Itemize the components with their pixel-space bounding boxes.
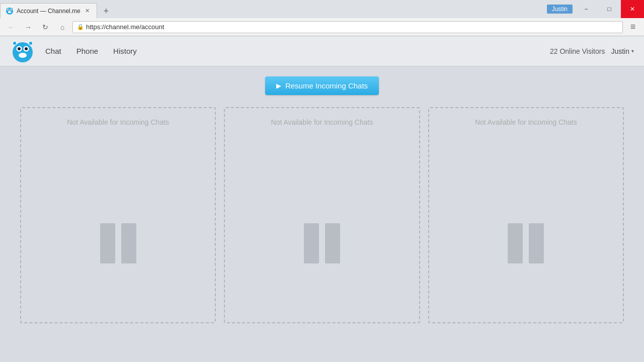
card-title-3: Not Available for Incoming Chats [439,118,613,126]
browser-tab[interactable]: Account — Channel.me ✕ [0,3,97,18]
card-title-1: Not Available for Incoming Chats [31,118,205,126]
pause-bar-left-3 [508,223,523,263]
pause-bar-left-2 [304,223,319,263]
back-button[interactable]: ← [4,20,18,34]
close-button[interactable]: ✕ [621,0,644,18]
resume-incoming-chats-button[interactable]: ▶ Resume Incoming Chats [265,76,379,95]
play-icon: ▶ [276,82,281,89]
nav-history[interactable]: History [113,45,137,57]
chat-card-1: Not Available for Incoming Chats [20,107,216,323]
window-controls: Justin − □ ✕ [547,0,644,18]
user-menu[interactable]: Justin ▾ [611,47,634,55]
forward-button[interactable]: → [21,20,35,34]
pause-bar-right-2 [325,223,340,263]
svg-point-4 [11,9,12,10]
online-visitors-count: 22 Online Visitors [550,47,605,55]
nav-links: Chat Phone History [45,45,137,57]
title-bar: Account — Channel.me ✕ + Justin − □ ✕ [0,0,644,18]
svg-point-11 [18,47,21,50]
nav-right: 22 Online Visitors Justin ▾ [550,47,634,55]
maximize-button[interactable]: □ [598,0,621,18]
tab-favicon [6,7,14,15]
user-badge: Justin [547,5,573,14]
pause-bar-right-3 [529,223,544,263]
tab-close-button[interactable]: ✕ [84,7,92,15]
tab-title: Account — Channel.me [17,8,80,15]
home-button[interactable]: ⌂ [55,20,69,34]
url-text: https://channel.me/account [86,23,164,31]
chat-card-3: Not Available for Incoming Chats [428,107,624,323]
reload-button[interactable]: ↻ [38,20,52,34]
browser-menu-button[interactable]: ≡ [626,20,640,34]
svg-point-5 [8,11,11,13]
pause-bar-right-1 [121,223,136,263]
svg-point-7 [12,8,13,9]
svg-point-15 [29,41,33,45]
svg-point-6 [7,8,8,9]
user-menu-chevron: ▾ [631,48,634,54]
app-logo [10,39,35,64]
svg-point-12 [25,47,28,50]
url-bar[interactable]: 🔒 https://channel.me/account [72,21,623,33]
card-icon-2 [304,223,340,263]
cards-container: Not Available for Incoming Chats Not Ava… [20,107,624,323]
resume-button-label: Resume Incoming Chats [285,81,368,90]
card-icon-3 [508,223,544,263]
pause-bar-left-1 [100,223,115,263]
nav-phone[interactable]: Phone [76,45,98,57]
address-bar: ← → ↻ ⌂ 🔒 https://channel.me/account ≡ [0,18,644,36]
chat-card-2: Not Available for Incoming Chats [224,107,420,323]
url-lock-icon: 🔒 [77,24,84,30]
new-tab-button[interactable]: + [99,4,113,18]
main-content: Chat Phone History 22 Online Visitors Ju… [0,36,644,362]
svg-point-3 [8,9,9,10]
page-body: ▶ Resume Incoming Chats Not Available fo… [0,66,644,362]
chrome-window: Account — Channel.me ✕ + Justin − □ ✕ ← … [0,0,644,362]
app-nav: Chat Phone History 22 Online Visitors Ju… [0,36,644,66]
svg-point-14 [13,41,17,45]
minimize-button[interactable]: − [575,0,598,18]
svg-point-13 [19,53,27,58]
tab-strip: Account — Channel.me ✕ + [0,0,547,18]
nav-chat[interactable]: Chat [45,45,61,57]
card-title-2: Not Available for Incoming Chats [235,118,409,126]
user-menu-name: Justin [611,47,629,55]
card-icon-1 [100,223,136,263]
